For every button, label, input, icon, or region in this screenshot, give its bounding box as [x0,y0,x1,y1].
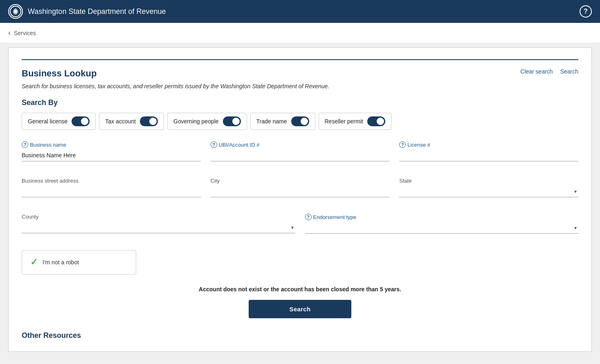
main-content: Business Lookup Clear search Search Sear… [8,47,592,352]
city-field: City [211,178,390,197]
street-field: Business street address [22,178,201,197]
toggle-governing-people-slider [223,116,241,126]
search-link[interactable]: Search [560,68,578,75]
lookup-description: Search for business licenses, tax accoun… [22,83,578,89]
state-field: State AL AK AZ CA CO WA [399,178,578,197]
search-button-wrapper: Search [22,300,578,318]
endorsement-select-wrapper [305,222,579,234]
toggle-governing-people-switch[interactable] [223,116,241,126]
toggle-trade-name-slider [291,116,309,126]
street-label: Business street address [22,178,201,184]
license-field: ? License # [399,141,578,161]
top-divider [22,59,578,60]
form-row-1: ? Business name ? UBI/Account ID # ? Lic… [22,141,578,170]
license-help-icon: ? [399,141,406,148]
toggle-trade-name-label: Trade name [256,118,287,125]
toggle-general-license[interactable]: General license [22,113,96,130]
city-label: City [211,178,390,184]
toggle-tax-account[interactable]: Tax account [99,113,164,130]
header-left: Washington State Department of Revenue [8,4,166,19]
captcha-box[interactable]: ✓ I'm not a robot [22,250,136,275]
toggle-reseller-permit[interactable]: Reseller permit [319,113,391,130]
page-header: Washington State Department of Revenue ? [0,0,600,23]
form-row-3: County King Pierce Snohomish Spokane Cla… [22,214,578,242]
back-button[interactable]: ‹ [8,29,11,37]
endorsement-label[interactable]: ? Endorsement type [305,214,579,220]
nav-bar: ‹ Services [0,23,600,43]
notice-text: Account does not exist or the account ha… [22,286,578,293]
toggle-governing-people[interactable]: Governing people [167,113,247,130]
endorsement-field: ? Endorsement type [305,214,579,234]
ubi-input[interactable] [211,150,390,161]
lookup-header: Business Lookup Clear search Search [22,68,578,79]
toggle-governing-people-label: Governing people [173,118,219,125]
form-row-2: Business street address City State AL AK… [22,178,578,205]
page-title: Business Lookup [22,68,97,79]
county-field: County King Pierce Snohomish Spokane Cla… [22,214,295,234]
business-name-label[interactable]: ? Business name [22,141,201,148]
toggle-trade-name[interactable]: Trade name [250,113,315,130]
county-label: County [22,214,295,220]
county-select[interactable]: King Pierce Snohomish Spokane Clark [22,221,295,233]
endorsement-help-icon: ? [305,214,312,220]
header-title: Washington State Department of Revenue [28,7,166,16]
captcha-checkmark: ✓ [30,257,38,268]
business-name-field: ? Business name [22,141,201,161]
toggle-reseller-permit-slider [367,116,385,126]
toggle-reseller-permit-label: Reseller permit [325,118,363,125]
toggle-row: General license Tax account Governing pe… [22,113,578,130]
license-input[interactable] [399,150,578,161]
state-label: State [399,178,578,184]
state-select-wrapper: AL AK AZ CA CO WA [399,185,578,197]
toggle-tax-account-label: Tax account [105,118,136,125]
toggle-tax-account-switch[interactable] [140,116,158,126]
endorsement-select[interactable] [305,222,579,234]
business-name-input[interactable] [22,150,201,161]
lookup-actions: Clear search Search [520,68,578,75]
captcha-label: I'm not a robot [43,259,79,266]
toggle-general-license-label: General license [28,118,67,125]
business-name-help-icon: ? [22,141,28,148]
help-button[interactable]: ? [580,5,592,18]
services-link[interactable]: Services [14,30,36,36]
street-input[interactable] [22,185,201,197]
clear-search-link[interactable]: Clear search [520,68,553,75]
license-label[interactable]: ? License # [399,141,578,148]
other-resources-title: Other Resources [22,331,578,340]
search-by-title: Search By [22,98,578,107]
toggle-general-license-switch[interactable] [72,116,90,126]
toggle-reseller-permit-switch[interactable] [367,116,385,126]
county-select-wrapper: King Pierce Snohomish Spokane Clark [22,221,295,233]
toggle-tax-account-slider [140,116,158,126]
ubi-field: ? UBI/Account ID # [211,141,390,161]
state-select[interactable]: AL AK AZ CA CO WA [399,185,578,197]
search-button[interactable]: Search [249,300,352,318]
city-input[interactable] [211,185,390,197]
ubi-label[interactable]: ? UBI/Account ID # [211,141,390,148]
ubi-help-icon: ? [211,141,217,148]
svg-point-1 [14,10,17,13]
toggle-trade-name-switch[interactable] [291,116,309,126]
agency-logo [8,4,23,19]
toggle-general-license-slider [72,116,90,126]
